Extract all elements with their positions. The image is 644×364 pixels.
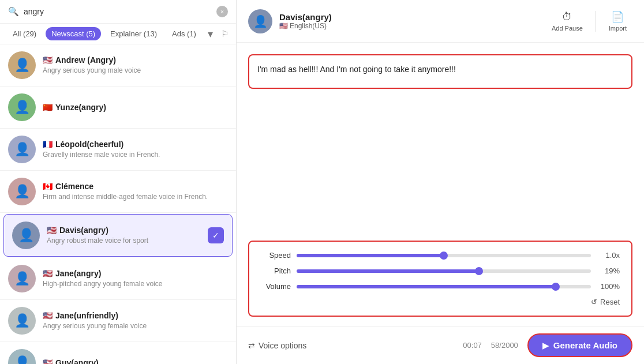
right-panel: 👤 Davis(angry) 🇺🇸 English(US) ⏱ Add Paus…: [237, 0, 644, 364]
voice-name-guy: 🇺🇸 Guy(angry): [43, 358, 228, 364]
voice-list: 👤 🇺🇸 Andrew (Angry) Angry serious young …: [0, 44, 236, 364]
selected-check-icon: ✓: [208, 227, 224, 243]
avatar-guy: 👤: [8, 349, 36, 364]
text-content[interactable]: I'm mad as hell!!! And I'm not going to …: [248, 54, 632, 89]
volume-control-row: Volume 100%: [261, 282, 620, 291]
voice-desc-andrew: Angry serious young male voice: [43, 66, 228, 76]
speed-thumb[interactable]: [440, 252, 448, 260]
flag-davis: 🇺🇸: [47, 226, 57, 235]
voice-info-andrew: 🇺🇸 Andrew (Angry) Angry serious young ma…: [43, 55, 228, 76]
pitch-value: 19%: [597, 267, 620, 275]
selected-voice-flag: 🇺🇸: [279, 22, 288, 30]
header-actions: ⏱ Add Pause 📄 Import: [546, 8, 632, 34]
tabs-bar: All (29) Newscast (5) Explainer (13) Ads…: [0, 24, 236, 44]
flag-guy: 🇺🇸: [43, 358, 53, 364]
volume-label: Volume: [261, 282, 291, 291]
voice-item-andrew[interactable]: 👤 🇺🇸 Andrew (Angry) Angry serious young …: [0, 44, 236, 87]
filter-button[interactable]: ⚐: [219, 29, 231, 39]
voice-name-yunze: 🇨🇳 Yunze(angry): [43, 103, 228, 112]
tab-explainer[interactable]: Explainer (13): [104, 27, 163, 40]
volume-thumb[interactable]: [552, 283, 560, 291]
voice-options-button[interactable]: ⇄ Voice options: [248, 341, 306, 350]
voice-item-leopold[interactable]: 👤 🇫🇷 Léopold(cheerful) Gravelly intense …: [0, 129, 236, 171]
voice-name-jane-unfriendly: 🇺🇸 Jane(unfriendly): [43, 311, 228, 320]
voice-item-yunze[interactable]: 👤 🇨🇳 Yunze(angry): [0, 87, 236, 129]
flag-andrew: 🇺🇸: [43, 55, 53, 65]
left-panel: 🔍 angry × All (29) Newscast (5) Explaine…: [0, 0, 237, 364]
play-icon: ▶: [542, 341, 549, 350]
speed-control-row: Speed 1.0x: [261, 251, 620, 260]
add-pause-button[interactable]: ⏱ Add Pause: [546, 9, 589, 34]
search-bar: 🔍 angry ×: [0, 0, 236, 24]
char-count: 58/2000: [491, 341, 518, 350]
voice-name-andrew: 🇺🇸 Andrew (Angry): [43, 55, 228, 65]
search-icon: 🔍: [8, 6, 19, 17]
flag-yunze: 🇨🇳: [43, 103, 53, 112]
voice-name-davis: 🇺🇸 Davis(angry): [47, 226, 201, 235]
avatar-clemence: 👤: [8, 178, 36, 205]
controls-box: Speed 1.0x Pitch 19% Volume: [248, 241, 632, 317]
avatar-jane-angry: 👤: [8, 265, 36, 292]
voice-item-davis[interactable]: 👤 🇺🇸 Davis(angry) Angry robust male voic…: [3, 214, 233, 257]
right-header: 👤 Davis(angry) 🇺🇸 English(US) ⏱ Add Paus…: [237, 0, 644, 43]
tab-all[interactable]: All (29): [7, 27, 42, 40]
pitch-fill: [297, 269, 479, 273]
speed-label: Speed: [261, 251, 291, 260]
volume-value: 100%: [597, 282, 620, 291]
footer-bar: ⇄ Voice options 00:07 58/2000 ▶ Generate…: [237, 326, 644, 364]
pitch-slider[interactable]: [297, 269, 591, 273]
voice-desc-leopold: Gravelly intense male voice in French.: [43, 150, 228, 160]
voice-desc-jane-unfriendly: Angry serious young female voice: [43, 321, 228, 331]
header-divider: [596, 11, 596, 32]
voice-item-jane-unfriendly[interactable]: 👤 🇺🇸 Jane(unfriendly) Angry serious youn…: [0, 300, 236, 342]
reset-button[interactable]: ↺ Reset: [591, 298, 620, 306]
text-area-section: I'm mad as hell!!! And I'm not going to …: [237, 43, 644, 231]
voice-info-guy: 🇺🇸 Guy(angry): [43, 358, 228, 364]
voice-info-leopold: 🇫🇷 Léopold(cheerful) Gravelly intense ma…: [43, 140, 228, 160]
generate-audio-button[interactable]: ▶ Generate Audio: [527, 333, 632, 357]
voice-item-guy[interactable]: 👤 🇺🇸 Guy(angry): [0, 342, 236, 364]
voice-name-jane-angry: 🇺🇸 Jane(angry): [43, 269, 228, 278]
voice-desc-clemence: Firm and intense middle-aged female voic…: [43, 192, 228, 202]
speed-value: 1.0x: [597, 251, 620, 260]
flag-jane-angry: 🇺🇸: [43, 269, 53, 278]
flag-jane-unfriendly: 🇺🇸: [43, 311, 53, 320]
volume-slider[interactable]: [297, 285, 591, 288]
flag-clemence: 🇨🇦: [43, 182, 53, 191]
voice-options-icon: ⇄: [248, 341, 255, 350]
speed-slider[interactable]: [297, 254, 591, 257]
reset-row: ↺ Reset: [261, 298, 620, 306]
avatar-leopold: 👤: [8, 136, 36, 163]
voice-info-clemence: 🇨🇦 Clémence Firm and intense middle-aged…: [43, 182, 228, 202]
tab-ads[interactable]: Ads (1): [166, 27, 202, 40]
controls-section: Speed 1.0x Pitch 19% Volume: [237, 231, 644, 326]
voice-item-clemence[interactable]: 👤 🇨🇦 Clémence Firm and intense middle-ag…: [0, 171, 236, 213]
tab-more-button[interactable]: ▾: [205, 28, 215, 40]
avatar-davis: 👤: [12, 222, 40, 249]
voice-name-leopold: 🇫🇷 Léopold(cheerful): [43, 140, 228, 149]
selected-voice-info: Davis(angry) 🇺🇸 English(US): [279, 12, 539, 30]
voice-desc-davis: Angry robust male voice for sport: [47, 236, 201, 246]
voice-info-yunze: 🇨🇳 Yunze(angry): [43, 103, 228, 112]
tab-newscast[interactable]: Newscast (5): [46, 27, 101, 40]
selected-voice-name: Davis(angry): [279, 12, 539, 22]
clear-button[interactable]: ×: [216, 6, 228, 17]
speed-fill: [297, 254, 444, 257]
avatar-andrew: 👤: [8, 51, 36, 79]
flag-leopold: 🇫🇷: [43, 140, 53, 149]
search-input[interactable]: angry: [24, 7, 212, 16]
import-icon: 📄: [611, 10, 624, 23]
pitch-control-row: Pitch 19%: [261, 267, 620, 275]
voice-info-davis: 🇺🇸 Davis(angry) Angry robust male voice …: [47, 226, 201, 246]
voice-desc-jane-angry: High-pitched angry young female voice: [43, 279, 228, 289]
selected-voice-avatar: 👤: [248, 9, 272, 33]
selected-voice-language: 🇺🇸 English(US): [279, 22, 539, 30]
voice-item-jane-angry[interactable]: 👤 🇺🇸 Jane(angry) High-pitched angry youn…: [0, 258, 236, 300]
import-button[interactable]: 📄 Import: [603, 8, 632, 34]
avatar-jane-unfriendly: 👤: [8, 307, 36, 335]
voice-info-jane-unfriendly: 🇺🇸 Jane(unfriendly) Angry serious young …: [43, 311, 228, 331]
clock-icon: ⏱: [562, 11, 572, 23]
voice-name-clemence: 🇨🇦 Clémence: [43, 182, 228, 191]
pitch-thumb[interactable]: [475, 267, 483, 275]
reset-icon: ↺: [591, 298, 597, 306]
